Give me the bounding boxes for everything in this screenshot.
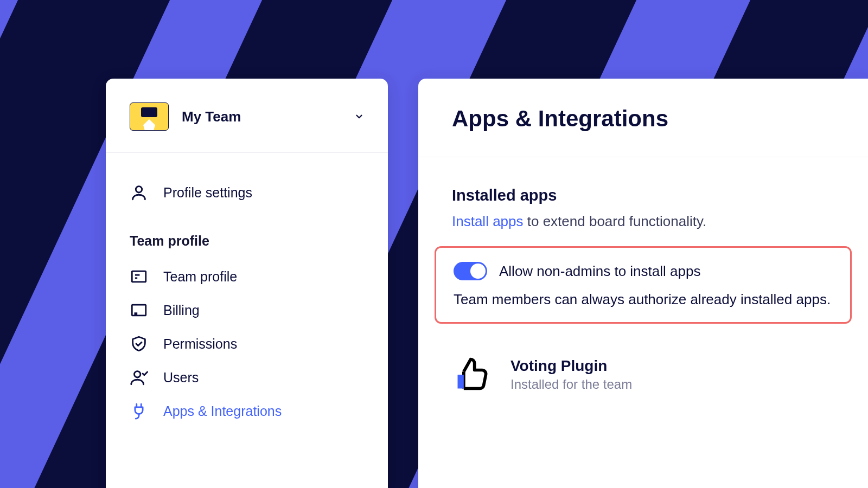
sidebar-section-heading: Team profile xyxy=(130,233,364,249)
main-panel: Apps & Integrations Installed apps Insta… xyxy=(418,79,868,488)
svg-rect-5 xyxy=(135,312,138,316)
svg-rect-1 xyxy=(132,271,146,282)
sidebar-item-profile-settings[interactable]: Profile settings xyxy=(130,183,364,202)
highlighted-setting-box: Allow non-admins to install apps Team me… xyxy=(435,246,852,324)
sidebar-item-label: Team profile xyxy=(163,269,237,285)
sidebar-item-label: Apps & Integrations xyxy=(163,403,282,419)
svg-point-6 xyxy=(135,371,141,377)
team-name: My Team xyxy=(182,108,341,125)
plug-icon xyxy=(130,402,148,420)
shield-check-icon xyxy=(130,335,148,353)
svg-point-0 xyxy=(136,187,142,192)
card-icon xyxy=(130,267,148,286)
subtext-rest: to extend board functionality. xyxy=(524,213,707,229)
page-title: Apps & Integrations xyxy=(452,106,834,157)
svg-rect-7 xyxy=(458,375,464,389)
sidebar-item-label: Permissions xyxy=(163,336,237,352)
sidebar-item-permissions[interactable]: Permissions xyxy=(130,335,364,353)
sidebar-item-users[interactable]: Users xyxy=(130,368,364,387)
sidebar: My Team Profile settings Team profile Te… xyxy=(106,79,388,488)
install-apps-link[interactable]: Install apps xyxy=(452,213,524,229)
user-check-icon xyxy=(130,368,148,387)
sidebar-item-label: Users xyxy=(163,370,199,386)
installed-apps-heading: Installed apps xyxy=(452,187,834,204)
installed-app-status: Installed for the team xyxy=(510,377,632,392)
installed-apps-subtext: Install apps to extend board functionali… xyxy=(452,213,834,230)
toggle-knob xyxy=(470,264,486,279)
toggle-description: Team members can always authorize alread… xyxy=(454,291,833,308)
installed-app-name: Voting Plugin xyxy=(510,357,632,375)
team-avatar xyxy=(130,102,169,131)
installed-app-row[interactable]: Voting Plugin Installed for the team xyxy=(452,355,834,394)
wallet-icon xyxy=(130,301,148,319)
thumbs-up-icon xyxy=(452,355,491,394)
sidebar-item-billing[interactable]: Billing xyxy=(130,301,364,319)
toggle-label: Allow non-admins to install apps xyxy=(499,263,700,280)
divider xyxy=(418,157,868,157)
chevron-down-icon xyxy=(354,112,364,121)
sidebar-item-label: Billing xyxy=(163,303,200,318)
sidebar-item-team-profile[interactable]: Team profile xyxy=(130,267,364,286)
user-icon xyxy=(130,183,148,202)
svg-rect-4 xyxy=(132,305,146,316)
allow-non-admins-toggle[interactable] xyxy=(454,262,487,280)
sidebar-item-apps-integrations[interactable]: Apps & Integrations xyxy=(130,402,364,420)
sidebar-item-label: Profile settings xyxy=(163,185,252,201)
team-selector[interactable]: My Team xyxy=(106,79,388,153)
